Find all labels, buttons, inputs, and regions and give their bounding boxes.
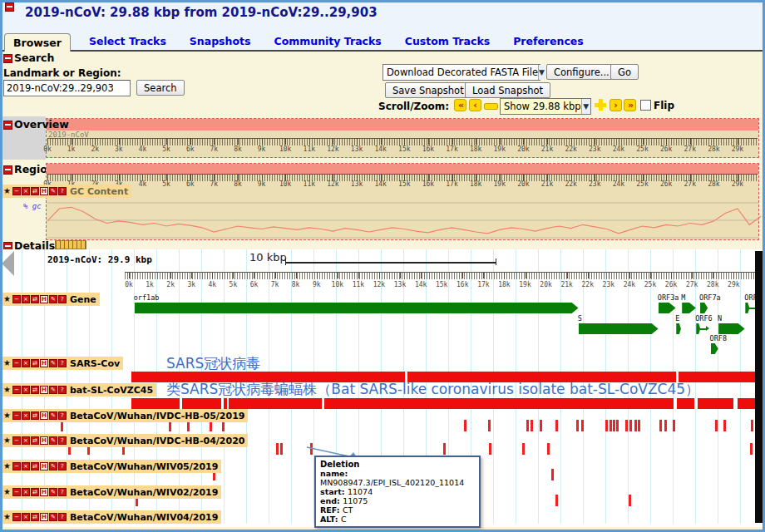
share-track-icon[interactable]: ⇄ — [31, 462, 39, 470]
help-track-icon[interactable]: ? — [58, 386, 67, 394]
help-track-icon[interactable]: ? — [58, 436, 67, 445]
collapse-track-icon[interactable]: − — [12, 386, 21, 394]
share-track-icon[interactable]: ⇄ — [31, 411, 39, 420]
help-track-icon[interactable]: ? — [58, 295, 67, 303]
favorite-star-icon[interactable]: ★ — [3, 488, 11, 496]
search-button[interactable]: Search — [136, 80, 185, 96]
favorite-star-icon[interactable]: ★ — [3, 359, 11, 367]
tab-custom-tracks[interactable]: Custom Tracks — [400, 32, 495, 50]
variant-tick[interactable] — [443, 443, 446, 455]
collapse-track-icon[interactable]: − — [12, 411, 21, 420]
variant-tick[interactable] — [581, 420, 584, 431]
share-track-icon[interactable]: ⇄ — [31, 386, 39, 394]
save-snapshot-button[interactable]: Save Snapshot — [385, 82, 471, 98]
tab-browser[interactable]: Browser — [4, 33, 71, 52]
variant-tick[interactable] — [610, 420, 612, 431]
edit-track-icon[interactable]: ✎ — [49, 411, 57, 420]
collapse-overview-icon[interactable] — [3, 121, 12, 130]
variant-tick[interactable] — [276, 443, 279, 455]
favorite-star-icon[interactable]: ★ — [3, 295, 11, 303]
load-snapshot-button[interactable]: Load Snapshot — [465, 82, 550, 98]
variant-tick[interactable] — [605, 420, 608, 431]
help-track-icon[interactable]: ? — [58, 359, 67, 367]
gene-glyph-s[interactable] — [579, 323, 659, 334]
variant-tick[interactable] — [664, 420, 667, 431]
gene-glyph-orf1ab[interactable] — [135, 303, 579, 313]
variant-tick[interactable] — [659, 420, 662, 431]
close-track-icon[interactable]: × — [22, 359, 30, 367]
collapse-track-icon[interactable]: − — [12, 488, 21, 496]
resize-track-icon[interactable]: H — [40, 462, 48, 470]
collapse-track-icon[interactable]: − — [12, 462, 21, 470]
ruler-button[interactable] — [55, 240, 86, 249]
variant-tick[interactable] — [629, 495, 631, 506]
flip-checkbox[interactable] — [640, 100, 651, 111]
close-track-icon[interactable]: × — [22, 436, 30, 445]
favorite-star-icon[interactable]: ★ — [3, 436, 11, 445]
help-track-icon[interactable]: ? — [58, 462, 67, 470]
details-right-scrollbar[interactable] — [755, 251, 765, 523]
resize-track-icon[interactable]: H — [40, 386, 48, 394]
variant-tick[interactable] — [555, 495, 558, 506]
collapse-track-icon[interactable]: − — [12, 513, 21, 521]
span-select[interactable]: Show 29.88 kbp ▼ — [500, 98, 591, 115]
close-track-icon[interactable]: × — [22, 386, 30, 394]
scroll-right-button[interactable]: › — [610, 99, 622, 111]
fasta-download-select[interactable]: Download Decorated FASTA File ▼ — [382, 64, 540, 81]
edit-track-icon[interactable]: ✎ — [49, 187, 57, 195]
variant-tick[interactable] — [750, 443, 753, 455]
favorite-star-icon[interactable]: ★ — [3, 513, 11, 521]
variant-tick[interactable] — [522, 443, 525, 455]
landmark-input[interactable] — [3, 80, 131, 96]
close-track-icon[interactable]: × — [22, 187, 30, 195]
collapse-track-icon[interactable]: − — [12, 359, 21, 367]
favorite-star-icon[interactable]: ★ — [3, 386, 11, 394]
close-track-icon[interactable]: × — [22, 513, 30, 521]
resize-track-icon[interactable]: H — [40, 488, 48, 496]
overview-ruler[interactable] — [47, 138, 758, 145]
go-button[interactable]: Go — [610, 64, 639, 80]
edit-track-icon[interactable]: ✎ — [49, 386, 57, 394]
alignment-bar-bat-sl-covzc45[interactable] — [131, 398, 759, 409]
tab-select-tracks[interactable]: Select Tracks — [84, 32, 171, 50]
resize-track-icon[interactable]: H — [40, 295, 48, 303]
variant-tick[interactable] — [616, 420, 619, 431]
variant-tick[interactable] — [751, 420, 753, 431]
favorite-star-icon[interactable]: ★ — [3, 462, 11, 470]
scroll-left-button[interactable]: ‹ — [469, 99, 481, 111]
close-track-icon[interactable]: × — [22, 462, 30, 470]
variant-tick[interactable] — [488, 420, 491, 431]
close-track-icon[interactable]: × — [22, 488, 30, 496]
collapse-search-icon[interactable] — [3, 54, 12, 63]
variant-tick[interactable] — [540, 420, 542, 431]
close-track-icon[interactable]: × — [22, 295, 30, 303]
variant-tick[interactable] — [638, 420, 640, 431]
variant-tick[interactable] — [673, 420, 675, 431]
close-track-icon[interactable]: × — [22, 411, 30, 420]
configure-button[interactable]: Configure... — [546, 64, 617, 80]
collapse-track-icon[interactable]: − — [12, 187, 21, 195]
collapse-page-icon[interactable] — [5, 2, 14, 12]
zoom-in-button[interactable] — [595, 99, 606, 111]
variant-tick[interactable] — [526, 420, 529, 431]
edit-track-icon[interactable]: ✎ — [49, 488, 57, 496]
help-track-icon[interactable]: ? — [58, 411, 67, 420]
collapse-track-icon[interactable]: − — [12, 436, 21, 445]
edit-track-icon[interactable]: ✎ — [49, 359, 57, 367]
tab-snapshots[interactable]: Snapshots — [185, 32, 256, 50]
variant-tick[interactable] — [634, 420, 637, 431]
chevron-down-icon[interactable]: ▼ — [581, 99, 590, 114]
share-track-icon[interactable]: ⇄ — [31, 295, 39, 303]
overview-selection-band[interactable] — [47, 119, 758, 131]
scroll-far-left-button[interactable]: « — [454, 99, 466, 111]
pan-left-arrow-icon[interactable] — [2, 251, 14, 276]
variant-tick[interactable] — [464, 420, 466, 431]
favorite-star-icon[interactable]: ★ — [3, 411, 11, 420]
variant-tick[interactable] — [715, 420, 718, 431]
edit-track-icon[interactable]: ✎ — [49, 513, 57, 521]
collapse-region-icon[interactable] — [3, 165, 12, 175]
variant-tick[interactable] — [576, 420, 579, 431]
resize-track-icon[interactable]: H — [40, 513, 48, 521]
variant-tick[interactable] — [625, 420, 628, 431]
collapse-track-icon[interactable]: − — [12, 295, 21, 303]
